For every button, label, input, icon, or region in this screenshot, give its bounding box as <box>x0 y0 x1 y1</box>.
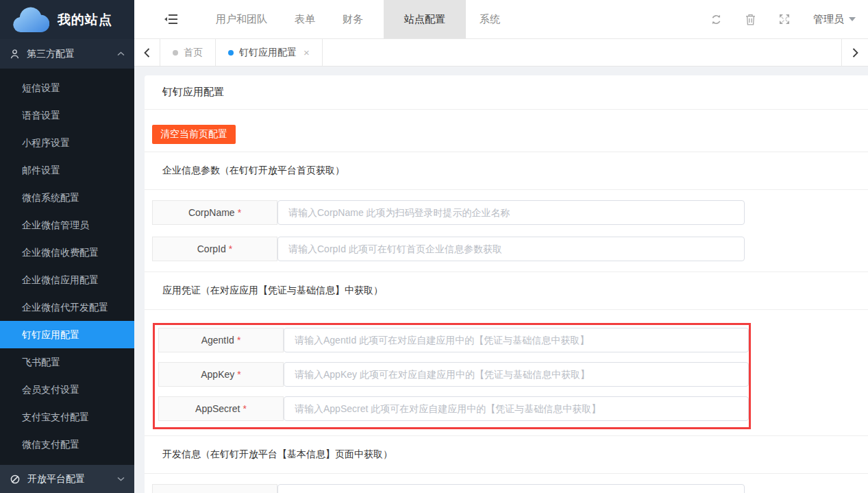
form-area: 企业信息参数（在钉钉开放平台首页获取） CorpName * CorpId * … <box>145 152 868 493</box>
sidebar-item[interactable]: 小程序设置 <box>0 129 134 156</box>
field-input[interactable] <box>284 396 749 421</box>
fullscreen-icon[interactable] <box>779 14 790 25</box>
tab-label: 钉钉应用配置 <box>239 47 297 59</box>
content-wrap: 钉钉应用配置 清空当前页配置 企业信息参数（在钉钉开放平台首页获取） CorpN… <box>134 67 868 493</box>
form-field-row: CorpId * <box>152 237 868 261</box>
sidebar-item[interactable]: 会员支付设置 <box>0 376 134 403</box>
field-input[interactable] <box>277 484 745 493</box>
nav-right-cluster: 管理员 <box>710 0 856 38</box>
admin-menu[interactable]: 管理员 <box>813 13 856 26</box>
tab[interactable]: 首页 <box>160 39 216 66</box>
tab[interactable]: 钉钉应用配置 × <box>216 39 323 66</box>
sidebar-item[interactable]: 支付宝支付配置 <box>0 403 134 431</box>
nav-item[interactable]: 系统 <box>480 13 500 26</box>
form-field-row <box>152 484 868 493</box>
sidebar-item[interactable]: 企业微信管理员 <box>0 211 134 239</box>
nav-item[interactable]: 站点配置 <box>384 0 466 38</box>
field-label-text: AppSecret <box>195 403 240 414</box>
chevron-right-icon[interactable] <box>841 39 868 66</box>
required-asterisk: * <box>229 243 232 254</box>
page-title: 钉钉应用配置 <box>145 75 868 110</box>
sidebar-item[interactable]: 微信系统配置 <box>0 184 134 211</box>
field-label: CorpId * <box>152 237 277 261</box>
clear-config-button[interactable]: 清空当前页配置 <box>152 125 236 144</box>
section-heading: 开发信息（在钉钉开放平台【基本信息】页面中获取） <box>145 435 868 474</box>
required-asterisk: * <box>243 403 246 414</box>
required-asterisk: * <box>237 335 240 346</box>
trash-icon[interactable] <box>745 14 756 25</box>
top-nav: 用户和团队表单财务站点配置系统 <box>134 0 868 39</box>
section-rows <box>145 474 868 493</box>
section-heading: 应用凭证（在对应应用【凭证与基础信息】中获取） <box>145 272 868 310</box>
app-header: 我的站点 用户和团队表单财务站点配置系统 <box>0 0 868 39</box>
field-label: AppKey * <box>158 362 284 387</box>
required-asterisk: * <box>237 369 240 380</box>
sidebar-item[interactable]: 语音设置 <box>0 101 134 129</box>
sidebar-group-third-party[interactable]: 第三方配置 <box>0 39 134 69</box>
field-input[interactable] <box>284 362 749 387</box>
tab-dot-icon <box>173 50 178 56</box>
caret-down-icon <box>849 17 856 21</box>
tab-bar: 首页 钉钉应用配置 × <box>134 39 868 67</box>
sidebar-group-open-platform[interactable]: 开放平台配置 <box>0 465 134 493</box>
sidebar-group-label: 第三方配置 <box>27 48 75 60</box>
chevron-up-icon <box>117 51 125 56</box>
sidebar-item[interactable]: 邮件设置 <box>0 156 134 184</box>
field-label-text: AppKey <box>201 369 234 380</box>
site-name: 我的站点 <box>58 11 112 29</box>
chevron-left-icon[interactable] <box>134 39 160 66</box>
form-field-row: AppSecret * <box>158 396 749 421</box>
sidebar-item[interactable]: 企业微信应用配置 <box>0 266 134 293</box>
field-label-text: AgentId <box>201 335 234 346</box>
sidebar-item[interactable]: 短信设置 <box>0 74 134 101</box>
field-input[interactable] <box>277 200 745 225</box>
logo-block: 我的站点 <box>0 0 134 39</box>
layout: 第三方配置 短信设置语音设置小程序设置邮件设置微信系统配置企业微信管理员企业微信… <box>0 39 868 493</box>
sidebar-group-label: 开放平台配置 <box>27 473 85 485</box>
form-section: 开发信息（在钉钉开放平台【基本信息】页面中获取） <box>145 435 868 493</box>
fold-menu-icon[interactable] <box>164 14 177 25</box>
sidebar-item[interactable]: 飞书配置 <box>0 348 134 376</box>
field-label <box>152 484 277 493</box>
form-section: 应用凭证（在对应应用【凭证与基础信息】中获取） AgentId * AppKey… <box>145 272 868 429</box>
field-label: CorpName * <box>152 200 277 225</box>
nav-item[interactable]: 用户和团队 <box>216 13 267 26</box>
sidebar-item[interactable]: 钉钉应用配置 <box>0 321 134 348</box>
section-heading: 企业信息参数（在钉钉开放平台首页获取） <box>145 152 868 190</box>
cloud-icon <box>11 6 49 34</box>
section-rows: AgentId * AppKey * AppSecret * <box>153 323 751 429</box>
toolbar: 清空当前页配置 <box>145 110 868 152</box>
nav-item[interactable]: 财务 <box>343 13 363 26</box>
form-section: 企业信息参数（在钉钉开放平台首页获取） CorpName * CorpId * <box>145 152 868 272</box>
sidebar-items: 短信设置语音设置小程序设置邮件设置微信系统配置企业微信管理员企业微信收费配置企业… <box>0 69 134 458</box>
field-label: AgentId * <box>158 328 284 352</box>
field-input[interactable] <box>284 328 749 352</box>
field-input[interactable] <box>277 237 745 261</box>
content-panel: 钉钉应用配置 清空当前页配置 企业信息参数（在钉钉开放平台首页获取） CorpN… <box>145 75 868 493</box>
circle-slash-icon <box>10 474 21 485</box>
tab-label: 首页 <box>184 47 203 59</box>
field-label-text: CorpId <box>197 243 226 254</box>
nav-item[interactable]: 表单 <box>295 13 315 26</box>
tab-close-icon[interactable]: × <box>303 47 310 58</box>
field-label-text: CorpName <box>188 207 235 218</box>
sidebar-item[interactable]: 企业微信代开发配置 <box>0 293 134 321</box>
sidebar: 第三方配置 短信设置语音设置小程序设置邮件设置微信系统配置企业微信管理员企业微信… <box>0 39 134 493</box>
sidebar-item[interactable]: 企业微信收费配置 <box>0 239 134 266</box>
sidebar-item[interactable]: 微信支付配置 <box>0 431 134 458</box>
tab-dot-icon <box>228 50 234 56</box>
form-field-row: CorpName * <box>152 200 868 225</box>
form-field-row: AgentId * <box>158 328 749 352</box>
required-asterisk: * <box>238 207 241 218</box>
person-icon <box>10 49 20 60</box>
field-label: AppSecret * <box>158 396 284 421</box>
form-field-row: AppKey * <box>158 362 749 387</box>
section-rows: CorpName * CorpId * <box>145 190 868 272</box>
admin-label: 管理员 <box>813 13 844 26</box>
main-area: 首页 钉钉应用配置 × 钉钉应用配置 清空当前页配置 企业信息参数（在钉钉开放平… <box>134 39 868 493</box>
refresh-icon[interactable] <box>710 14 722 25</box>
chevron-down-icon <box>117 477 125 481</box>
